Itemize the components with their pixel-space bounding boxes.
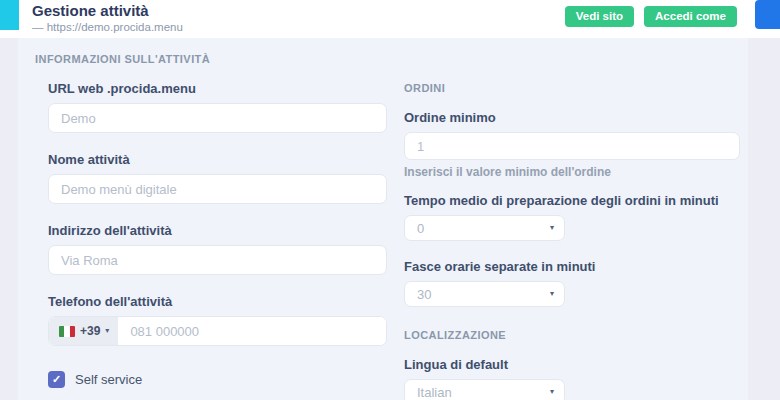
name-field: Nome attività xyxy=(48,152,387,204)
settings-panel: INFORMAZIONI SULL'ATTIVITÀ URL web .proc… xyxy=(18,38,748,400)
url-field: URL web .procida.menu xyxy=(48,81,387,133)
self-service-checkbox[interactable]: ✓ xyxy=(48,371,65,388)
info-fields: URL web .procida.menu Nome attività Indi… xyxy=(48,81,387,346)
title-wrap: Gestione attività — https://demo.procida… xyxy=(32,2,183,35)
chevron-down-icon: ▾ xyxy=(550,290,554,298)
min-order-label: Ordine minimo xyxy=(404,110,740,125)
phone-input-group: +39 ▾ xyxy=(48,316,387,346)
orders-section: ORDINI Ordine minimo Inserisci il valore… xyxy=(404,82,740,400)
phone-input[interactable] xyxy=(118,317,386,345)
login-as-button[interactable]: Accedi come xyxy=(644,6,737,27)
partial-blue-button[interactable] xyxy=(755,0,780,29)
header-actions: Vedi sito Accedi come xyxy=(565,6,737,27)
time-slots-select[interactable]: 30 ▾ xyxy=(404,281,565,307)
time-slots-label: Fasce orarie separate in minuti xyxy=(404,259,740,274)
site-url-subtitle: — https://demo.procida.menu xyxy=(32,20,183,35)
language-field: Lingua di default Italian ▾ xyxy=(404,357,740,400)
url-field-label: URL web .procida.menu xyxy=(48,81,387,96)
language-value: Italian xyxy=(417,385,452,400)
url-input[interactable] xyxy=(48,103,387,133)
address-input[interactable] xyxy=(48,245,387,275)
chevron-down-icon: ▾ xyxy=(550,224,554,232)
info-section: INFORMAZIONI SULL'ATTIVITÀ URL web .proc… xyxy=(35,53,387,400)
localization-section-heading: LOCALIZZAZIONE xyxy=(404,329,740,341)
min-order-input[interactable] xyxy=(404,132,740,160)
check-icon: ✓ xyxy=(52,373,61,386)
address-field-label: Indirizzo dell'attività xyxy=(48,223,387,238)
dial-code: +39 xyxy=(80,324,100,338)
top-header: Gestione attività — https://demo.procida… xyxy=(0,0,780,38)
language-label: Lingua di default xyxy=(404,357,740,372)
chevron-down-icon: ▾ xyxy=(105,327,109,335)
page-title: Gestione attività xyxy=(32,2,183,20)
view-site-button[interactable]: Vedi sito xyxy=(565,6,634,27)
time-slots-field: Fasce orarie separate in minuti 30 ▾ xyxy=(404,259,740,307)
time-slots-value: 30 xyxy=(417,287,431,302)
chevron-down-icon: ▾ xyxy=(550,388,554,396)
phone-field: Telefono dell'attività +39 ▾ xyxy=(48,294,387,346)
prep-time-select[interactable]: 0 ▾ xyxy=(404,215,565,241)
italy-flag-icon xyxy=(59,326,75,337)
orders-section-heading: ORDINI xyxy=(404,82,740,94)
min-order-field: Ordine minimo Inserisci il valore minimo… xyxy=(404,110,740,179)
prep-time-field: Tempo medio di preparazione degli ordini… xyxy=(404,193,740,241)
business-name-input[interactable] xyxy=(48,174,387,204)
address-field: Indirizzo dell'attività xyxy=(48,223,387,275)
info-section-heading: INFORMAZIONI SULL'ATTIVITÀ xyxy=(35,53,387,65)
min-order-helper: Inserisci il valore minimo dell'ordine xyxy=(404,165,740,179)
self-service-checkbox-row: ✓ Self service xyxy=(48,371,387,388)
country-code-selector[interactable]: +39 ▾ xyxy=(49,317,118,345)
prep-time-label: Tempo medio di preparazione degli ordini… xyxy=(404,193,740,208)
language-select[interactable]: Italian ▾ xyxy=(404,379,565,400)
prep-time-value: 0 xyxy=(417,221,424,236)
phone-field-label: Telefono dell'attività xyxy=(48,294,387,309)
sidebar-accent-block xyxy=(0,0,19,30)
self-service-label: Self service xyxy=(75,372,142,387)
name-field-label: Nome attività xyxy=(48,152,387,167)
